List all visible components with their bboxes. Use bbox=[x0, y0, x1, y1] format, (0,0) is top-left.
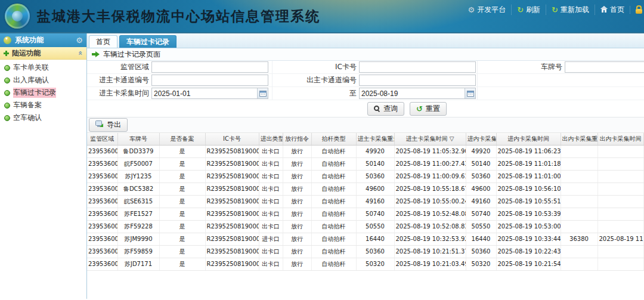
sidebar-item-label: 车辆备案 bbox=[13, 100, 42, 110]
table-cell: 2025-08-19 11:00:27.437 bbox=[394, 157, 466, 170]
table-cell: 50360 bbox=[466, 170, 496, 183]
table-cell: 2395360001 bbox=[87, 183, 117, 195]
table-cell: 是 bbox=[159, 233, 205, 245]
nav-dev-platform[interactable]: ⚙ 开发平台 bbox=[463, 5, 512, 15]
column-header[interactable]: 抬杆类型 bbox=[311, 133, 356, 145]
date-to-input[interactable] bbox=[360, 89, 465, 98]
tab-pass-records[interactable]: 车辆过卡记录 bbox=[119, 35, 177, 48]
in-channel-input[interactable] bbox=[151, 75, 268, 86]
calendar-icon[interactable] bbox=[465, 88, 475, 98]
table-cell: 16440 bbox=[356, 233, 394, 245]
column-header[interactable]: 出内卡采集时间 bbox=[597, 133, 643, 145]
table-cell: 2395360001 bbox=[87, 208, 117, 220]
table-cell: 2395360001 bbox=[87, 245, 117, 258]
plate-input[interactable] bbox=[565, 61, 644, 73]
table-row[interactable]: 2395360001苏F59228是R239525081900032出卡口放行自… bbox=[87, 220, 643, 233]
in-channel-label: 进主卡通道编号 bbox=[87, 74, 151, 87]
region-input[interactable] bbox=[151, 61, 268, 73]
table-cell: 皖F50007 bbox=[117, 157, 159, 170]
home-icon bbox=[600, 6, 608, 14]
table-cell: 进卡口 bbox=[259, 233, 283, 245]
out-channel-input[interactable] bbox=[359, 75, 476, 86]
table-row[interactable]: 2395360001苏JM9990是R239525081900029进卡口放行自… bbox=[87, 233, 643, 245]
column-header[interactable]: 进主卡采集重量 bbox=[356, 133, 394, 145]
table-cell bbox=[597, 245, 643, 258]
column-header[interactable]: 进出类型 bbox=[259, 133, 283, 145]
table-cell: 苏FE1527 bbox=[117, 208, 159, 220]
export-button[interactable]: 导出 bbox=[89, 118, 128, 132]
search-button[interactable]: 查询 bbox=[367, 102, 404, 116]
column-header[interactable]: 是否备案 bbox=[159, 133, 205, 145]
table-cell: 鲁DC5382 bbox=[117, 183, 159, 195]
table-cell: 2395360001 bbox=[87, 145, 117, 157]
table-cell: 2025-08-19 11:06:23.973 bbox=[496, 145, 561, 157]
table-cell bbox=[561, 183, 597, 195]
table-row[interactable]: 2395360001苏FE1527是R239525081900033出卡口放行自… bbox=[87, 208, 643, 220]
table-cell: 出卡口 bbox=[259, 183, 283, 195]
sidebar-item-label: 车辆过卡记录 bbox=[13, 88, 56, 98]
table-cell: 50140 bbox=[466, 157, 496, 170]
table-cell: 放行 bbox=[283, 233, 311, 245]
table-cell: 自动抬杆 bbox=[311, 195, 356, 208]
collapse-icon[interactable]: « bbox=[76, 51, 85, 55]
table-row[interactable]: 2395360001皖F50007是R239525081900022出卡口放行自… bbox=[87, 157, 643, 170]
sidebar-item-empty-vehicle-confirm[interactable]: 空车确认 bbox=[0, 112, 86, 124]
date-from-input[interactable] bbox=[152, 89, 257, 98]
table-cell: 2025-08-19 10:53:00.077 bbox=[496, 220, 561, 233]
column-header[interactable]: IC卡号 bbox=[205, 133, 259, 145]
table-row[interactable]: 2395360001皖SE6315是R239525081900023出卡口放行自… bbox=[87, 195, 643, 208]
nav-home[interactable]: 首页 bbox=[595, 5, 630, 15]
gear-icon[interactable]: ⚙ bbox=[76, 36, 83, 45]
sidebar-group-land-transport[interactable]: 陆运功能 « bbox=[0, 47, 86, 60]
table-row[interactable]: 2395360001苏F59859是R239525081900019出卡口放行自… bbox=[87, 245, 643, 258]
sidebar-header[interactable]: 系统功能 ⚙ bbox=[0, 33, 86, 47]
table-cell: 16440 bbox=[466, 233, 496, 245]
table-cell: 苏JM9990 bbox=[117, 233, 159, 245]
column-header[interactable]: 进主卡采集时间 ▽ bbox=[394, 133, 466, 145]
table-row[interactable]: 2395360001鲁DD3379是R239525081900024出卡口放行自… bbox=[87, 145, 643, 157]
table-row[interactable]: 2395360001鲁DC5382是R239525081900021出卡口放行自… bbox=[87, 183, 643, 195]
sidebar-item-inout-confirm[interactable]: 出入库确认 bbox=[0, 74, 86, 86]
column-header[interactable]: 出内卡采集重量 bbox=[561, 133, 597, 145]
table-cell: 2025-08-19 10:33:44.953 bbox=[496, 233, 561, 245]
table-row[interactable]: 2395360001苏JD7171是R239525081900015出卡口放行自… bbox=[87, 258, 643, 270]
table-cell bbox=[597, 170, 643, 183]
table-cell: 自动抬杆 bbox=[311, 245, 356, 258]
nav-refresh[interactable]: ↻ 刷新 bbox=[511, 5, 546, 15]
sidebar-item-vehicle-filing[interactable]: 车辆备案 bbox=[0, 99, 86, 112]
column-header[interactable]: 车牌号 bbox=[117, 133, 159, 145]
table-cell: 2025-08-19 11:01:18.967 bbox=[496, 157, 561, 170]
search-icon bbox=[374, 106, 380, 112]
table-cell: R239525081900019 bbox=[205, 245, 259, 258]
panel-toggle-icon[interactable] bbox=[4, 36, 11, 44]
table-cell: 50360 bbox=[466, 245, 496, 258]
column-header[interactable]: 进内卡采集重量 bbox=[466, 133, 496, 145]
table-cell: R239525081900024 bbox=[205, 145, 259, 157]
nav-label: 刷新 bbox=[526, 5, 540, 15]
table-cell: 50140 bbox=[356, 157, 394, 170]
table-cell: 50360 bbox=[356, 170, 394, 183]
table-row[interactable]: 2395360001苏JY1235是R239525081900020出卡口放行自… bbox=[87, 170, 643, 183]
nav-reload[interactable]: ↻ 重新加载 bbox=[546, 5, 595, 15]
column-header[interactable]: 监管区域 bbox=[87, 133, 117, 145]
calendar-icon[interactable] bbox=[257, 88, 268, 98]
tab-home[interactable]: 首页 bbox=[89, 35, 117, 48]
sidebar-item-label: 空车确认 bbox=[13, 113, 42, 123]
table-cell: 自动抬杆 bbox=[311, 183, 356, 195]
main-area: 系统功能 ⚙ 陆运功能 « 车卡单关联 出入库确认 车辆过卡记 bbox=[0, 33, 644, 299]
sidebar-item-vehicle-card-assoc[interactable]: 车卡单关联 bbox=[0, 61, 86, 74]
table-cell: 36380 bbox=[561, 233, 597, 245]
column-header[interactable]: 进内卡采集时间 bbox=[496, 133, 561, 145]
search-form: 监管区域 IC卡号 车牌号 进主卡通道编号 出主卡通道编号 进主卡采集时间 bbox=[87, 61, 644, 100]
reset-button[interactable]: ↺ 重置 bbox=[410, 102, 447, 116]
nav-label: 开发平台 bbox=[477, 5, 506, 15]
table-cell: 自动抬杆 bbox=[311, 233, 356, 245]
column-header[interactable]: 放行指令 bbox=[283, 133, 311, 145]
table-cell: R239525081900029 bbox=[205, 233, 259, 245]
table-cell bbox=[597, 183, 643, 195]
sidebar-item-pass-records[interactable]: 车辆过卡记录 bbox=[0, 86, 86, 99]
table-cell: 2025-08-19 11:05:32.900 bbox=[394, 145, 466, 157]
collect-time-label: 进主卡采集时间 bbox=[87, 87, 151, 100]
ic-card-input[interactable] bbox=[359, 61, 476, 73]
nav-lock[interactable] bbox=[630, 6, 644, 14]
